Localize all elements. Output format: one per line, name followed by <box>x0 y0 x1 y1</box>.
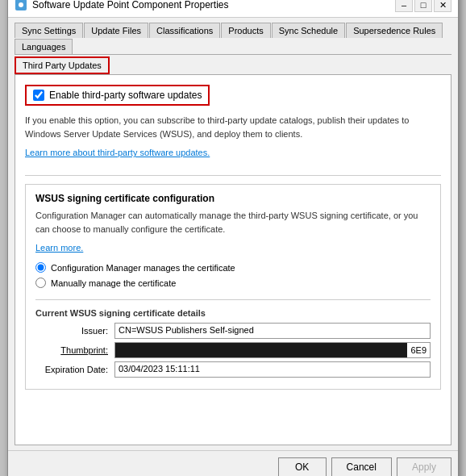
thumbprint-end: 6E9 <box>407 345 430 355</box>
tab-sync-schedule[interactable]: Sync Schedule <box>272 23 345 38</box>
apply-button[interactable]: Apply <box>397 457 451 476</box>
tab-languages[interactable]: Languages <box>15 39 73 54</box>
cert-details: Current WSUS signing certificate details… <box>35 308 431 378</box>
tab-supersedence[interactable]: Supersedence Rules <box>346 23 443 38</box>
separator-1 <box>25 175 441 176</box>
thumbprint-dark-part <box>115 343 407 357</box>
wsus-group-box: WSUS signing certificate configuration C… <box>25 184 441 390</box>
thumbprint-value: 6E9 <box>114 342 431 358</box>
separator-2 <box>35 299 431 300</box>
radio-group: Configuration Manager manages the certif… <box>35 262 431 288</box>
radio-manually-manage: Manually manage the certificate <box>35 278 431 288</box>
tab-products[interactable]: Products <box>221 23 270 38</box>
maximize-button[interactable]: □ <box>414 0 432 12</box>
window-icon <box>15 0 27 11</box>
expiration-row: Expiration Date: 03/04/2023 15:11:11 <box>35 361 431 378</box>
footer: OK Cancel Apply <box>8 450 458 476</box>
issuer-value: CN=WSUS Publishers Self-signed <box>114 323 431 339</box>
enable-updates-checkbox[interactable] <box>33 90 44 101</box>
wsus-group-title: WSUS signing certificate configuration <box>35 193 431 204</box>
tab-classifications[interactable]: Classifications <box>149 23 220 38</box>
description-text: If you enable this option, you can subsc… <box>25 114 441 140</box>
ok-button[interactable]: OK <box>278 457 327 476</box>
title-bar-controls: – □ ✕ <box>395 0 451 12</box>
content-area: Sync Settings Update Files Classificatio… <box>8 18 458 450</box>
enable-updates-label: Enable third-party software updates <box>49 90 202 101</box>
issuer-row: Issuer: CN=WSUS Publishers Self-signed <box>35 323 431 339</box>
window-title: Software Update Point Component Properti… <box>32 0 228 10</box>
expiration-value: 03/04/2023 15:11:11 <box>114 361 431 378</box>
wsus-learn-more-link[interactable]: Learn more. <box>35 243 83 253</box>
radio-manually-manage-label: Manually manage the certificate <box>51 278 176 288</box>
title-bar-left: Software Update Point Component Properti… <box>15 0 228 11</box>
expiration-label: Expiration Date: <box>35 365 108 374</box>
main-window: Software Update Point Component Properti… <box>7 0 459 476</box>
radio-cm-manages: Configuration Manager manages the certif… <box>35 262 431 273</box>
thumbprint-row: Thumbprint: 6E9 <box>35 342 431 358</box>
close-button[interactable]: ✕ <box>434 0 451 12</box>
main-panel: Enable third-party software updates If y… <box>15 74 451 445</box>
tab-update-files[interactable]: Update Files <box>84 23 148 38</box>
wsus-group-desc: Configuration Manager can automatically … <box>35 209 431 236</box>
minimize-button[interactable]: – <box>395 0 413 12</box>
title-bar: Software Update Point Component Properti… <box>8 0 458 18</box>
cert-section-title: Current WSUS signing certificate details <box>35 308 431 318</box>
enable-checkbox-section: Enable third-party software updates <box>25 85 210 106</box>
learn-more-link[interactable]: Learn more about third-party software up… <box>25 148 210 157</box>
cancel-button[interactable]: Cancel <box>331 457 392 476</box>
radio-manually-manage-input[interactable] <box>35 278 46 288</box>
thumbprint-label: Thumbprint: <box>35 345 108 355</box>
tab-sync-settings[interactable]: Sync Settings <box>15 23 83 38</box>
issuer-label: Issuer: <box>35 326 108 336</box>
tab-third-party-updates[interactable]: Third Party Updates <box>15 56 110 74</box>
svg-point-1 <box>19 2 23 7</box>
radio-cm-manages-label: Configuration Manager manages the certif… <box>51 263 235 273</box>
radio-cm-manages-input[interactable] <box>35 262 46 273</box>
